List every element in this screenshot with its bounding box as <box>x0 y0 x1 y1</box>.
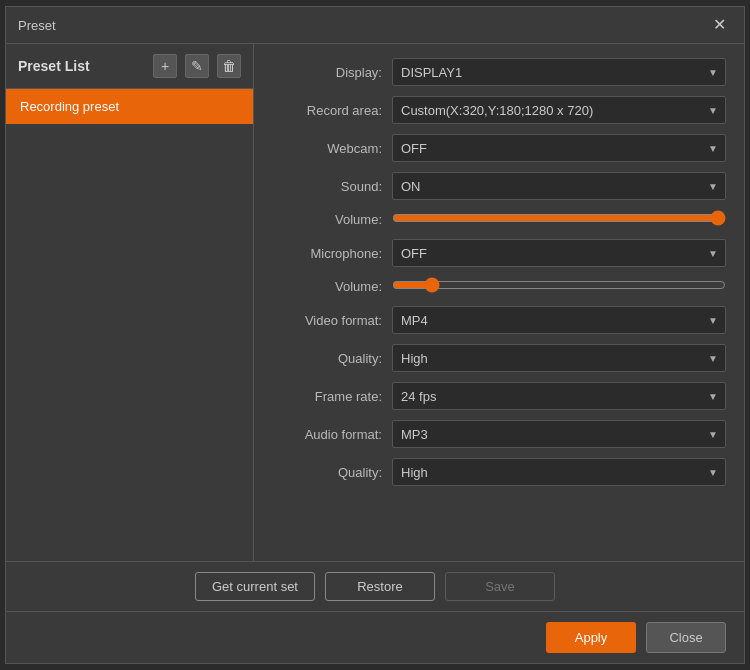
apply-button[interactable]: Apply <box>546 622 636 653</box>
display-select[interactable]: DISPLAY1 <box>392 58 726 86</box>
get-current-set-button[interactable]: Get current set <box>195 572 315 601</box>
quality-select[interactable]: High Medium Low <box>392 344 726 372</box>
audio-quality-select-wrapper: High Medium Low <box>392 458 726 486</box>
mic-volume-label: Volume: <box>272 279 382 294</box>
display-label: Display: <box>272 65 382 80</box>
close-button[interactable]: Close <box>646 622 726 653</box>
microphone-select-wrapper: OFF ON <box>392 239 726 267</box>
mic-volume-slider-container <box>392 277 726 296</box>
title-bar: Preset ✕ <box>6 7 744 44</box>
sound-select[interactable]: ON OFF <box>392 172 726 200</box>
footer-buttons: Get current set Restore Save <box>6 561 744 611</box>
display-select-wrapper: DISPLAY1 <box>392 58 726 86</box>
quality-select-wrapper: High Medium Low <box>392 344 726 372</box>
webcam-select[interactable]: OFF ON <box>392 134 726 162</box>
sound-label: Sound: <box>272 179 382 194</box>
delete-preset-button[interactable]: 🗑 <box>217 54 241 78</box>
add-preset-button[interactable]: + <box>153 54 177 78</box>
audio-format-select[interactable]: MP3 AAC WAV <box>392 420 726 448</box>
record-area-select-wrapper: Custom(X:320,Y:180;1280 x 720) <box>392 96 726 124</box>
framerate-row: Frame rate: 24 fps 30 fps 60 fps <box>272 382 726 410</box>
preset-item[interactable]: Recording preset <box>6 89 253 124</box>
sound-select-wrapper: ON OFF <box>392 172 726 200</box>
quality-label: Quality: <box>272 351 382 366</box>
preset-dialog: Preset ✕ Preset List + ✎ 🗑 Recording pre… <box>5 6 745 664</box>
audio-quality-label: Quality: <box>272 465 382 480</box>
settings-panel: Display: DISPLAY1 Record area: Custom(X:… <box>254 44 744 561</box>
volume-slider-container <box>392 210 726 229</box>
audio-quality-select[interactable]: High Medium Low <box>392 458 726 486</box>
dialog-title: Preset <box>18 18 56 33</box>
edit-preset-button[interactable]: ✎ <box>185 54 209 78</box>
main-content: Preset List + ✎ 🗑 Recording preset Displ… <box>6 44 744 561</box>
webcam-label: Webcam: <box>272 141 382 156</box>
framerate-label: Frame rate: <box>272 389 382 404</box>
display-row: Display: DISPLAY1 <box>272 58 726 86</box>
save-button[interactable]: Save <box>445 572 555 601</box>
record-area-row: Record area: Custom(X:320,Y:180;1280 x 7… <box>272 96 726 124</box>
video-format-select-wrapper: MP4 AVI MOV <box>392 306 726 334</box>
webcam-row: Webcam: OFF ON <box>272 134 726 162</box>
mic-volume-slider[interactable] <box>392 277 726 293</box>
record-area-select[interactable]: Custom(X:320,Y:180;1280 x 720) <box>392 96 726 124</box>
title-close-button[interactable]: ✕ <box>707 15 732 35</box>
audio-format-label: Audio format: <box>272 427 382 442</box>
microphone-label: Microphone: <box>272 246 382 261</box>
webcam-select-wrapper: OFF ON <box>392 134 726 162</box>
sidebar-header: Preset List + ✎ 🗑 <box>6 44 253 89</box>
microphone-select[interactable]: OFF ON <box>392 239 726 267</box>
video-format-row: Video format: MP4 AVI MOV <box>272 306 726 334</box>
restore-button[interactable]: Restore <box>325 572 435 601</box>
microphone-row: Microphone: OFF ON <box>272 239 726 267</box>
volume-label: Volume: <box>272 212 382 227</box>
audio-format-select-wrapper: MP3 AAC WAV <box>392 420 726 448</box>
audio-format-row: Audio format: MP3 AAC WAV <box>272 420 726 448</box>
audio-quality-row: Quality: High Medium Low <box>272 458 726 486</box>
record-area-label: Record area: <box>272 103 382 118</box>
volume-row: Volume: <box>272 210 726 229</box>
framerate-select[interactable]: 24 fps 30 fps 60 fps <box>392 382 726 410</box>
quality-row: Quality: High Medium Low <box>272 344 726 372</box>
bottom-bar: Apply Close <box>6 611 744 663</box>
mic-volume-row: Volume: <box>272 277 726 296</box>
sound-row: Sound: ON OFF <box>272 172 726 200</box>
sidebar-title: Preset List <box>18 58 145 74</box>
framerate-select-wrapper: 24 fps 30 fps 60 fps <box>392 382 726 410</box>
sidebar: Preset List + ✎ 🗑 Recording preset <box>6 44 254 561</box>
video-format-select[interactable]: MP4 AVI MOV <box>392 306 726 334</box>
video-format-label: Video format: <box>272 313 382 328</box>
volume-slider[interactable] <box>392 210 726 226</box>
